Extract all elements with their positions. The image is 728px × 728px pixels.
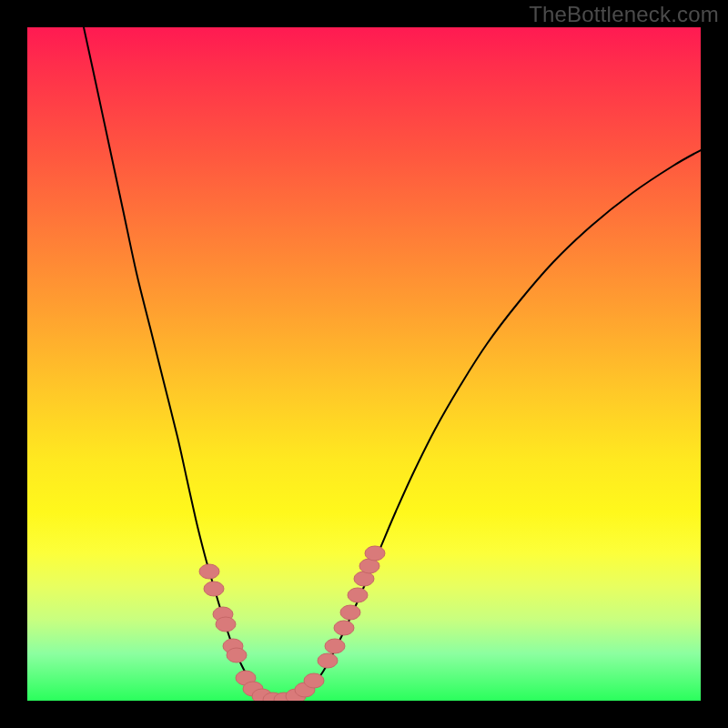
data-marker bbox=[334, 621, 354, 635]
data-marker bbox=[199, 564, 219, 579]
chart-frame: TheBottleneck.com bbox=[0, 0, 728, 728]
data-markers bbox=[199, 546, 385, 701]
data-marker bbox=[216, 617, 236, 632]
bottleneck-curve bbox=[84, 27, 701, 701]
plot-area bbox=[27, 27, 701, 701]
data-marker bbox=[365, 546, 385, 561]
data-marker bbox=[227, 648, 247, 662]
watermark-text: TheBottleneck.com bbox=[529, 2, 719, 27]
data-marker bbox=[325, 639, 345, 653]
data-marker bbox=[204, 581, 224, 596]
data-marker bbox=[348, 588, 368, 602]
data-marker bbox=[318, 653, 338, 668]
data-marker bbox=[340, 605, 360, 620]
chart-svg bbox=[27, 27, 701, 701]
data-marker bbox=[304, 673, 324, 688]
